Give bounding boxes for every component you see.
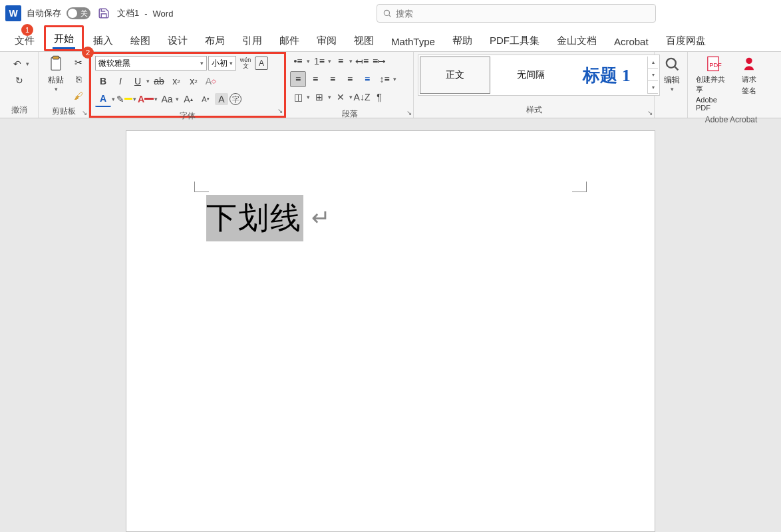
shrink-font-button[interactable]: A▾ (198, 91, 214, 107)
show-marks-button[interactable]: ¶ (371, 89, 387, 105)
group-undo: ↶ ▾ ↻ 撤消 (0, 52, 39, 118)
text-effects-button[interactable]: A▾ (95, 91, 115, 107)
tab-pdftools[interactable]: PDF工具集 (482, 29, 547, 51)
style-heading1[interactable]: 标题 1 (571, 57, 642, 94)
group-label-paragraph: 段落 (290, 106, 409, 122)
tab-design[interactable]: 设计 (160, 29, 196, 51)
chevron-down-icon[interactable]: ▾ (26, 61, 29, 67)
multilevel-button[interactable]: ≡▾ (333, 53, 353, 69)
numbering-button[interactable]: 1≡▾ (311, 53, 331, 69)
badge-2: 2 (82, 47, 94, 59)
search-input[interactable] (396, 9, 650, 19)
search-icon (383, 9, 392, 18)
tab-help[interactable]: 帮助 (444, 29, 480, 51)
clear-format-button[interactable]: A◇ (203, 73, 219, 89)
group-paragraph: •≡▾ 1≡▾ ≡▾ ↤≡ ≡↦ ≡ ≡ ≡ ≡ ≡ ↕≡▾ ◫▾ ⊞▾ ✕▾ … (286, 52, 414, 118)
create-share-pdf-button[interactable]: PDF 创建并共享 Adobe PDF (692, 53, 734, 113)
change-case-button[interactable]: Aa▾ (159, 91, 179, 107)
undo-button[interactable]: ↶ ▾ (9, 56, 29, 72)
margin-marker (194, 182, 209, 192)
copy-button[interactable]: ⎘ (71, 71, 86, 87)
margin-marker (572, 182, 587, 192)
group-font: 微软雅黑 ▾ 小初 ▾ wén文 A B I U▾ ab x2 x2 A◇ (89, 52, 286, 118)
font-name-select[interactable]: 微软雅黑 ▾ (95, 56, 207, 70)
style-nospacing[interactable]: 无间隔 (496, 57, 566, 94)
page[interactable]: 下划线 ↵ (126, 130, 655, 532)
paste-button[interactable]: 粘贴 ▾ (43, 53, 69, 94)
decrease-indent-button[interactable]: ↤≡ (354, 53, 370, 69)
styles-launcher-icon[interactable]: ↘ (647, 109, 653, 116)
clipboard-launcher-icon[interactable]: ↘ (82, 109, 87, 116)
tab-acrobat[interactable]: Acrobat (606, 31, 657, 51)
style-normal[interactable]: 正文 (420, 57, 490, 94)
tab-home[interactable]: 开始 (44, 25, 84, 51)
increase-indent-button[interactable]: ≡↦ (371, 53, 387, 69)
strikethrough-button[interactable]: ab (151, 73, 167, 89)
highlight-color-button[interactable]: ✎▾ (116, 91, 136, 107)
tab-references[interactable]: 引用 (234, 29, 270, 51)
group-editing: 编辑 ▾ (655, 52, 688, 118)
align-justify-button[interactable]: ≡ (342, 71, 358, 87)
svg-point-0 (384, 10, 389, 15)
undo-icon: ↶ (9, 56, 25, 72)
line-spacing-button[interactable]: ↕≡▾ (377, 71, 396, 87)
request-sign-button[interactable]: 请求 签名 (736, 53, 762, 97)
styles-gallery: 正文 无间隔 标题 1 ▴ ▾ ▾ (418, 55, 660, 96)
tab-kingsoft[interactable]: 金山文档 (549, 29, 605, 51)
tab-mailings[interactable]: 邮件 (271, 29, 307, 51)
align-left-button[interactable]: ≡ (290, 71, 306, 87)
clipboard-icon (47, 55, 65, 73)
char-shading-button[interactable]: A (215, 93, 228, 105)
editing-button[interactable]: 编辑 ▾ (659, 53, 685, 94)
group-label-clipboard: 剪贴板 (43, 104, 84, 119)
font-size-select[interactable]: 小初 ▾ (208, 56, 236, 70)
document-area: 下划线 ↵ (0, 118, 781, 532)
autosave-toggle[interactable]: 关 (67, 7, 90, 19)
align-center-button[interactable]: ≡ (307, 71, 323, 87)
svg-text:PDF: PDF (709, 62, 722, 68)
italic-button[interactable]: I (112, 73, 128, 89)
phonetic-guide-button[interactable]: wén文 (237, 55, 253, 71)
search-icon (663, 55, 681, 73)
align-right-button[interactable]: ≡ (325, 71, 341, 87)
underline-button[interactable]: U▾ (130, 73, 150, 89)
grow-font-button[interactable]: A▴ (180, 91, 196, 107)
group-label-undo: 撤消 (4, 102, 34, 118)
superscript-button[interactable]: x2 (186, 73, 202, 89)
ribbon: ↶ ▾ ↻ 撤消 粘贴 ▾ ✂ ⎘ 🖌 剪贴板 ↘ 2 (0, 52, 781, 118)
tab-mathtype[interactable]: MathType (383, 31, 443, 51)
ribbon-tabs: 1 文件 开始 插入 绘图 设计 布局 引用 邮件 审阅 视图 MathType… (0, 27, 781, 52)
chevron-down-icon[interactable]: ▾ (671, 86, 674, 92)
font-launcher-icon[interactable]: ↘ (277, 107, 283, 114)
tab-view[interactable]: 视图 (346, 29, 382, 51)
borders-button[interactable]: ⊞▾ (311, 89, 331, 105)
tab-layout[interactable]: 布局 (197, 29, 233, 51)
svg-line-5 (675, 66, 679, 70)
chevron-down-icon[interactable]: ▾ (55, 86, 58, 92)
asian-layout-button[interactable]: ✕▾ (333, 89, 353, 105)
title-bar: W 自动保存 关 文档1 - Word (0, 0, 781, 27)
search-bar[interactable] (377, 4, 656, 23)
char-border-button[interactable]: A (255, 57, 268, 70)
tab-review[interactable]: 审阅 (309, 29, 345, 51)
selected-text[interactable]: 下划线 (206, 195, 303, 241)
font-color-button[interactable]: A▾ (138, 91, 158, 107)
bullets-button[interactable]: •≡▾ (290, 53, 310, 69)
shading-button[interactable]: ◫▾ (290, 89, 310, 105)
distributed-button[interactable]: ≡ (359, 71, 375, 87)
bold-button[interactable]: B (95, 73, 111, 89)
sort-button[interactable]: A↓Z (354, 89, 370, 105)
subscript-button[interactable]: x2 (168, 73, 184, 89)
paragraph-launcher-icon[interactable]: ↘ (406, 109, 412, 116)
save-icon[interactable] (96, 5, 112, 21)
redo-button[interactable]: ↻ (11, 72, 27, 88)
badge-1: 1 (21, 24, 33, 36)
format-painter-button[interactable]: 🖌 (71, 88, 86, 104)
tab-draw[interactable]: 绘图 (122, 29, 158, 51)
svg-rect-3 (53, 56, 59, 59)
enclose-char-button[interactable]: 字 (230, 93, 241, 105)
app-name: Word (153, 9, 174, 19)
group-label-font: 字体 (95, 108, 280, 124)
group-styles: 正文 无间隔 标题 1 ▴ ▾ ▾ 样式 ↘ (414, 52, 655, 118)
tab-baidu[interactable]: 百度网盘 (658, 29, 714, 51)
